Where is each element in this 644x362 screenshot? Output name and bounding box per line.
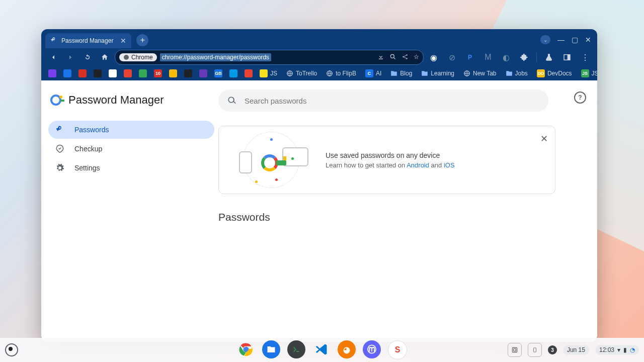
search-passwords[interactable] <box>218 89 548 112</box>
passwords-section-heading: Passwords <box>218 211 577 223</box>
ext-icon-1[interactable]: ◉ <box>427 50 441 64</box>
bookmark-icon-11[interactable]: GB <box>212 68 224 78</box>
key-icon <box>55 125 64 134</box>
status-time-area[interactable]: 12:03 ▾ ▮ ◔ <box>595 345 639 355</box>
svg-point-4 <box>406 58 407 59</box>
bookmark-icon-4[interactable] <box>107 68 119 78</box>
app-icon-7[interactable]: S <box>388 340 407 359</box>
files-app-icon[interactable] <box>262 340 280 358</box>
menu-button[interactable]: ⋮ <box>578 50 592 64</box>
site-chip[interactable]: Chrome <box>119 53 157 61</box>
bookmark-icon-5[interactable] <box>122 68 134 78</box>
mastodon-app-icon[interactable]: ⓜ <box>363 340 381 358</box>
dismiss-promo-button[interactable]: ✕ <box>540 133 548 144</box>
bookmark-icon-2[interactable] <box>76 68 89 78</box>
bookmark-icon-1[interactable] <box>61 68 73 78</box>
maximize-button[interactable]: ▢ <box>572 36 578 44</box>
back-button[interactable] <box>46 50 60 64</box>
tray-phone-hub[interactable] <box>508 343 522 357</box>
gear-icon <box>55 163 64 172</box>
side-panel-icon[interactable] <box>560 50 574 64</box>
ext-icon-2[interactable]: ⊘ <box>445 50 459 64</box>
forward-button[interactable] <box>63 50 77 64</box>
share-icon[interactable] <box>401 53 409 62</box>
ios-link[interactable]: iOS <box>444 161 455 169</box>
bookmark-devdocs[interactable]: DDDevDocs <box>535 68 574 78</box>
bookmark-icon-0[interactable] <box>46 68 58 78</box>
close-window-button[interactable]: ✕ <box>585 36 591 44</box>
bookmark-new-tab[interactable]: New Tab <box>461 68 498 78</box>
bookmark-icon-7[interactable]: 10 <box>152 68 164 78</box>
bookmark-ai[interactable]: CAI <box>363 68 383 78</box>
nav-checkup[interactable]: Checkup <box>48 140 214 158</box>
notification-count[interactable]: 3 <box>548 345 557 354</box>
tray-device[interactable] <box>528 343 542 357</box>
wifi-icon: ▾ <box>617 346 620 353</box>
terminal-app-icon[interactable] <box>287 340 305 358</box>
key-icon <box>50 37 57 45</box>
launcher-button[interactable] <box>5 343 18 356</box>
new-tab-button[interactable]: + <box>136 34 148 46</box>
ext-icon-4[interactable]: M <box>481 50 495 64</box>
bookmarks-bar: 10GB JSToTrelloto FlipBCAIBlogLearningNe… <box>41 66 597 80</box>
shelf-date: Jun 15 <box>567 346 585 353</box>
bookmark-to-flipb[interactable]: to FlipB <box>324 68 358 78</box>
app-icon-5[interactable]: ◕ <box>338 340 356 358</box>
svg-rect-6 <box>568 55 570 60</box>
url-text: chrome://password-manager/passwords <box>160 53 271 61</box>
svg-rect-12 <box>512 347 517 352</box>
svg-rect-13 <box>514 349 516 351</box>
reload-button[interactable] <box>80 50 95 64</box>
status-area[interactable]: Jun 15 <box>563 345 589 355</box>
nav-settings[interactable]: Settings <box>48 159 214 177</box>
minimize-button[interactable]: — <box>557 36 565 44</box>
bookmark-icon-8[interactable] <box>167 68 179 78</box>
bookmark-icon-9[interactable] <box>182 68 194 78</box>
chrome-app-icon[interactable] <box>237 340 255 358</box>
password-manager-logo-icon <box>50 95 61 106</box>
bookmark-icon-6[interactable] <box>137 68 149 78</box>
svg-point-2 <box>403 56 404 57</box>
ext-icon-3[interactable]: P <box>463 50 477 64</box>
bookmark-js[interactable]: JS <box>258 68 279 78</box>
labs-icon[interactable] <box>542 50 556 64</box>
tab-search-button[interactable]: ⌄ <box>540 35 550 44</box>
svg-point-1 <box>390 54 394 58</box>
page-title: Password Manager <box>68 94 164 107</box>
promo-title: Use saved passwords on any device <box>326 151 455 159</box>
extensions-button[interactable] <box>517 50 531 64</box>
ext-icon-5[interactable]: ◐ <box>499 50 513 64</box>
bookmark-jobs[interactable]: Jobs <box>504 68 530 78</box>
svg-rect-14 <box>533 348 536 352</box>
close-tab-icon[interactable]: ✕ <box>120 37 126 45</box>
home-button[interactable] <box>98 50 112 64</box>
bookmark-star-icon[interactable]: ☆ <box>414 53 419 62</box>
tab-strip: Password Manager ✕ + ⌄ — ▢ ✕ <box>41 29 597 48</box>
bookmark-totrello[interactable]: ToTrello <box>284 68 319 78</box>
install-icon[interactable] <box>377 53 384 62</box>
bookmark-blog[interactable]: Blog <box>388 68 414 78</box>
search-input[interactable] <box>244 96 539 106</box>
chrome-window: Password Manager ✕ + ⌄ — ▢ ✕ Chrome <box>41 29 597 342</box>
extension-row: ◉ ⊘ P M ◐ ⋮ <box>427 50 592 64</box>
bookmark-icon-3[interactable] <box>92 68 104 78</box>
bookmark-icon-10[interactable] <box>197 68 209 78</box>
shelf-time: 12:03 <box>599 346 614 353</box>
bookmark-icon-12[interactable] <box>227 68 239 78</box>
svg-point-0 <box>124 55 129 60</box>
nav-passwords[interactable]: Passwords <box>48 121 214 139</box>
zoom-icon[interactable] <box>389 53 396 62</box>
page-header: Password Manager <box>50 94 214 107</box>
vscode-app-icon[interactable] <box>312 340 331 358</box>
bookmark-icon-13[interactable] <box>243 68 255 78</box>
checkup-icon <box>55 144 64 153</box>
address-bar[interactable]: Chrome chrome://password-manager/passwor… <box>115 50 424 65</box>
page-content: Password Manager Passwords Checkup Setti… <box>41 80 597 342</box>
help-button[interactable]: ? <box>574 92 586 104</box>
svg-point-3 <box>406 54 407 55</box>
toolbar: Chrome chrome://password-manager/passwor… <box>41 48 597 66</box>
android-link[interactable]: Android <box>407 161 429 169</box>
bookmark-js109[interactable]: JSJS109 <box>579 68 597 78</box>
bookmark-learning[interactable]: Learning <box>419 68 456 78</box>
browser-tab[interactable]: Password Manager ✕ <box>45 33 131 48</box>
